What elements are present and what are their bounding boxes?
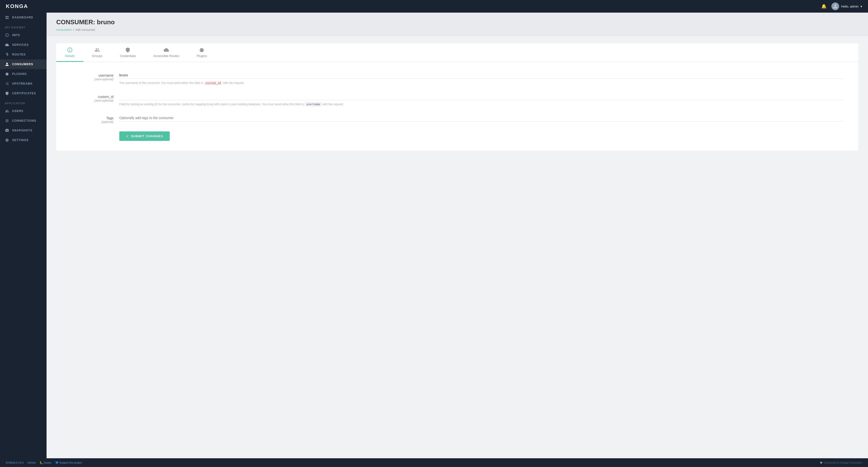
tab-credentials-label: Credentials [120,54,136,58]
username-row: username (semi-optional) The username of… [71,72,844,85]
breadcrumb-consumers-link[interactable]: consumers [56,28,72,32]
form-card: username (semi-optional) The username of… [56,62,858,151]
svg-rect-1 [7,16,8,17]
credentials-tab-icon [125,47,130,53]
sidebar-item-dashboard[interactable]: DASHBOARD [0,12,46,22]
svg-rect-0 [6,16,7,17]
sidebar-label-services: SERVICES [12,43,29,46]
breadcrumb-separator: / [73,28,74,32]
plug-icon [5,72,9,76]
tags-label-col: Tags (optional) [71,115,119,124]
sidebar-label-routes: ROUTES [12,53,26,56]
cloud-icon [5,43,9,47]
username-input[interactable] [119,72,844,79]
header-right: 🔔 Hello, admin ▾ [821,2,862,10]
sidebar-label-connections: CONNECTIONS [12,119,36,122]
submit-button[interactable]: ✓ SUBMIT CHANGES [119,131,170,141]
sidebar-item-plugins[interactable]: PLUGINS [0,69,46,79]
plugins-tab-icon [199,47,205,53]
custom-id-label-col: custom_id (semi-optional) [71,93,119,102]
application-section-label: APPLICATION [0,98,46,106]
tab-details[interactable]: Details [56,43,84,62]
tab-accessible-routes-label: Accessible Routes [153,54,179,58]
sidebar-label-plugins: PLUGINS [12,72,27,76]
custom-id-field-col: Field for storing an existing ID for the… [119,93,844,107]
content-area: Details Groups Cre [46,36,868,458]
custom-id-input[interactable] [119,93,844,100]
users-icon [5,109,9,113]
heart-icon: 💙 [55,461,59,464]
sidebar-item-routes[interactable]: ROUTES [0,50,46,59]
breadcrumb: consumers / edit consumer [56,28,858,32]
route-icon [5,52,9,57]
user-hello-text: Hello, admin [841,5,859,8]
page-header: CONSUMER: bruno consumers / edit consume… [46,12,868,36]
username-label: username [98,73,114,77]
footer-issues[interactable]: 🐛 Issues [39,461,52,464]
tags-optional: (optional) [71,120,114,124]
tab-details-label: Details [65,54,75,58]
app-logo: KONGA [6,3,28,9]
tab-plugins-label: Plugins [197,54,207,58]
accessible-routes-tab-icon [164,47,169,53]
sidebar-item-connections[interactable]: CONNECTIONS [0,116,46,126]
avatar [831,2,839,10]
tags-field-col [119,115,844,122]
sidebar-label-users: USERS [12,110,23,113]
footer-support[interactable]: 💙 Support the project [55,461,82,464]
sidebar-label-info: INFO [12,33,20,37]
gear-icon [5,138,9,142]
checkmark-icon: ✓ [126,134,129,138]
sidebar-item-snapshots[interactable]: SNAPSHOTS [0,126,46,135]
submit-row: ✓ SUBMIT CHANGES [119,131,844,141]
grid-icon [5,15,9,20]
custom-id-hint-code: username [305,102,322,106]
tabs: Details Groups Cre [56,43,858,62]
page-title: CONSUMER: bruno [56,19,858,26]
connection-status-text: Connected to Konga Connection [824,461,862,464]
connections-icon [5,119,9,123]
footer-connection-status: Connected to Konga Connection [820,461,862,464]
cert-icon [5,91,9,96]
breadcrumb-current: edit consumer [75,28,95,32]
custom-id-hint: Field for storing an existing ID for the… [119,102,844,107]
info-icon: i [5,33,9,37]
sidebar-item-info[interactable]: i INFO [0,30,46,40]
sidebar-item-users[interactable]: USERS [0,106,46,116]
bug-icon: 🐛 [39,461,43,464]
svg-text:i: i [6,34,7,36]
tags-label: Tags [106,116,114,120]
sidebar-item-upstreams[interactable]: UPSTREAMS [0,79,46,89]
api-gateway-section-label: API GATEWAY [0,22,46,30]
tab-accessible-routes[interactable]: Accessible Routes [145,43,188,62]
tags-input[interactable] [119,115,844,122]
username-label-col: username (semi-optional) [71,72,119,81]
tab-credentials[interactable]: Credentials [111,43,145,62]
username-hint: The username of the consumer. You must s… [119,81,844,85]
custom-id-label: custom_id [98,95,114,99]
username-semi-optional: (semi-optional) [71,77,114,81]
notifications-bell[interactable]: 🔔 [821,4,827,9]
details-tab-icon [67,47,72,53]
sidebar-item-services[interactable]: SERVICES [0,40,46,50]
sidebar-item-certificates[interactable]: CERTIFICATES [0,89,46,98]
sidebar-label-snapshots: SNAPSHOTS [12,129,32,132]
sidebar-item-consumers[interactable]: CONSUMERS [0,59,46,69]
top-header: KONGA 🔔 Hello, admin ▾ [0,0,868,12]
username-hint-end: with the request. [223,81,244,85]
camera-icon [5,128,9,133]
sidebar-item-settings[interactable]: SETTINGS [0,135,46,145]
username-hint-text: The username of the consumer. You must s… [119,81,203,85]
sidebar-label-upstreams: UPSTREAMS [12,82,32,85]
sidebar-label-consumers: CONSUMERS [12,63,33,66]
sidebar-label-certificates: CERTIFICATES [12,92,36,95]
footer-github[interactable]: GitHub [27,461,36,464]
footer-issues-text: Issues [44,461,52,464]
sidebar-label-settings: SETTINGS [12,138,29,142]
svg-rect-3 [7,18,8,19]
custom-id-row: custom_id (semi-optional) Field for stor… [71,93,844,107]
tab-groups[interactable]: Groups [84,43,111,62]
user-menu[interactable]: Hello, admin ▾ [831,2,862,10]
shuffle-icon [5,82,9,86]
tab-plugins[interactable]: Plugins [188,43,216,62]
